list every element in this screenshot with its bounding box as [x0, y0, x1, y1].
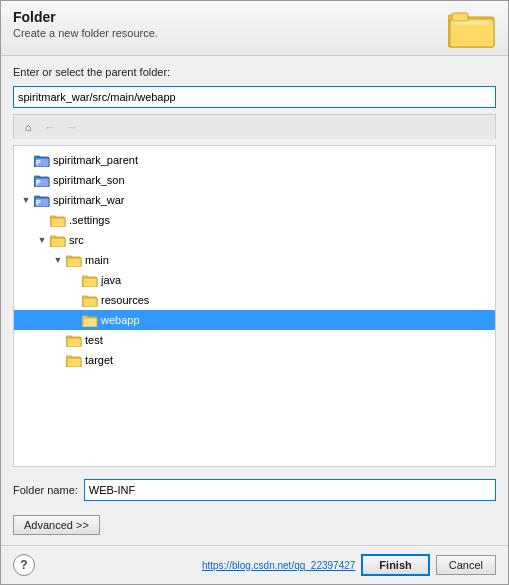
project-icon: P [34, 194, 50, 207]
tree-item-label: .settings [69, 214, 110, 226]
folder-icon-sm [82, 294, 98, 307]
tree-item[interactable]: ▼ P spiritmark_war [14, 190, 495, 210]
folder-icon-sm [50, 214, 66, 227]
folder-icon-sm [66, 254, 82, 267]
svg-text:P: P [36, 199, 41, 206]
tree-item-label: webapp [101, 314, 140, 326]
tree-toggle-icon[interactable] [50, 352, 66, 368]
tree-toggle-icon[interactable] [18, 172, 34, 188]
svg-rect-19 [51, 218, 65, 227]
tree-item-label: spiritmark_war [53, 194, 125, 206]
folder-icon-sm [82, 314, 98, 327]
status-link: https://blog.csdn.net/qq_22397427 [202, 560, 355, 571]
advanced-button[interactable]: Advanced >> [13, 515, 100, 535]
svg-rect-40 [67, 358, 81, 367]
folder-dialog: Folder Create a new folder resource. Ent… [0, 0, 509, 585]
tree-toggle-icon[interactable]: ▼ [50, 252, 66, 268]
tree-toggle-icon[interactable]: ▼ [34, 232, 50, 248]
svg-rect-31 [83, 298, 97, 307]
dialog-subtitle: Create a new folder resource. [13, 27, 158, 39]
svg-rect-22 [51, 238, 65, 247]
folder-icon-sm [50, 234, 66, 247]
folder-icon-sm [82, 274, 98, 287]
svg-rect-28 [83, 278, 97, 287]
svg-text:P: P [36, 159, 41, 166]
footer-left: ? [13, 554, 35, 576]
folder-name-label: Folder name: [13, 484, 78, 496]
folder-icon-sm [66, 354, 82, 367]
tree-item[interactable]: .settings [14, 210, 495, 230]
tree-item-label: main [85, 254, 109, 266]
tree-toolbar: ⌂ ← → [13, 114, 496, 139]
forward-button[interactable]: → [62, 117, 82, 137]
advanced-section: Advanced >> [13, 507, 496, 535]
footer-right: https://blog.csdn.net/qq_22397427 Finish… [202, 554, 496, 576]
tree-item[interactable]: P spiritmark_parent [14, 150, 495, 170]
svg-text:P: P [36, 179, 41, 186]
folder-name-row: Folder name: [13, 479, 496, 501]
parent-folder-input[interactable] [13, 86, 496, 108]
dialog-body: Enter or select the parent folder: ⌂ ← →… [1, 56, 508, 545]
dialog-title: Folder [13, 9, 158, 25]
svg-rect-4 [452, 21, 490, 25]
tree-item-label: spiritmark_parent [53, 154, 138, 166]
finish-button[interactable]: Finish [361, 554, 429, 576]
tree-toggle-icon[interactable] [66, 272, 82, 288]
tree-item-label: test [85, 334, 103, 346]
tree-toggle-icon[interactable] [34, 212, 50, 228]
folder-icon-sm [66, 334, 82, 347]
header-left: Folder Create a new folder resource. [13, 9, 158, 39]
dialog-header: Folder Create a new folder resource. [1, 1, 508, 56]
svg-rect-37 [67, 338, 81, 347]
tree-item[interactable]: test [14, 330, 495, 350]
tree-item[interactable]: webapp [14, 310, 495, 330]
parent-folder-label: Enter or select the parent folder: [13, 66, 496, 78]
folder-icon-large [448, 9, 496, 49]
tree-item-label: target [85, 354, 113, 366]
svg-rect-34 [83, 318, 97, 327]
tree-item-label: spiritmark_son [53, 174, 125, 186]
folder-tree[interactable]: P spiritmark_parent P spiritmark_son▼ P … [13, 145, 496, 467]
cancel-button[interactable]: Cancel [436, 555, 496, 575]
tree-toggle-icon[interactable] [66, 312, 82, 328]
dialog-footer: ? https://blog.csdn.net/qq_22397427 Fini… [1, 545, 508, 584]
project-icon: P [34, 154, 50, 167]
tree-toggle-icon[interactable] [66, 292, 82, 308]
tree-item[interactable]: P spiritmark_son [14, 170, 495, 190]
tree-item[interactable]: resources [14, 290, 495, 310]
home-button[interactable]: ⌂ [18, 117, 38, 137]
svg-rect-3 [452, 13, 468, 21]
help-button[interactable]: ? [13, 554, 35, 576]
tree-toggle-icon[interactable] [50, 332, 66, 348]
tree-item[interactable]: target [14, 350, 495, 370]
tree-item[interactable]: ▼ src [14, 230, 495, 250]
project-icon: P [34, 174, 50, 187]
svg-rect-25 [67, 258, 81, 267]
tree-item-label: src [69, 234, 84, 246]
tree-item-label: resources [101, 294, 149, 306]
tree-item[interactable]: ▼ main [14, 250, 495, 270]
back-button[interactable]: ← [40, 117, 60, 137]
tree-toggle-icon[interactable] [18, 152, 34, 168]
folder-name-input[interactable] [84, 479, 496, 501]
tree-item-label: java [101, 274, 121, 286]
tree-toggle-icon[interactable]: ▼ [18, 192, 34, 208]
tree-item[interactable]: java [14, 270, 495, 290]
